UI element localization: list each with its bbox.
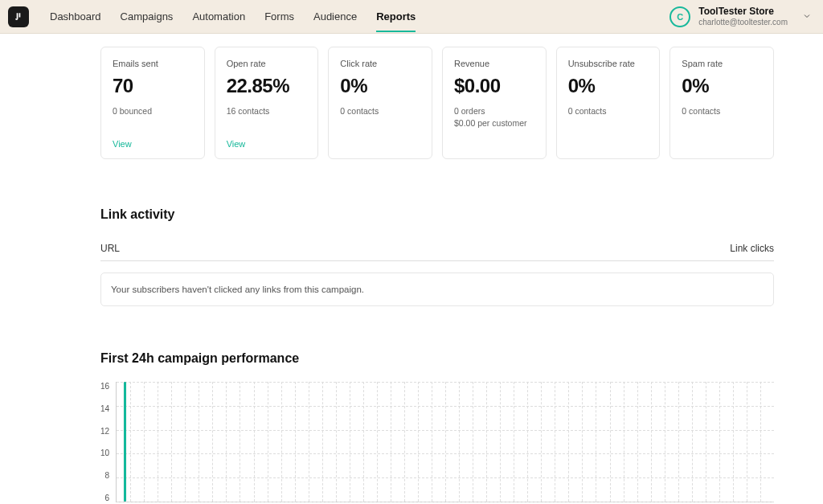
- grid-v: [500, 382, 501, 502]
- grid-v: [610, 382, 611, 502]
- stat-card: Spam rate0%0 contacts: [669, 47, 774, 159]
- account-email: charlotte@tooltester.com: [698, 18, 788, 27]
- ytick: 8: [105, 471, 110, 480]
- grid-v: [295, 382, 296, 502]
- card-value: 22.85%: [227, 75, 307, 97]
- link-table-header: URL Link clicks: [100, 236, 774, 261]
- chevron-down-icon: [802, 10, 812, 24]
- card-view-link[interactable]: View: [113, 123, 193, 149]
- grid-v: [418, 382, 419, 502]
- grid-v: [568, 382, 569, 502]
- grid-v: [459, 382, 460, 502]
- chart-title: First 24h campaign performance: [100, 351, 774, 366]
- card-value: 0%: [568, 75, 649, 97]
- col-url: URL: [100, 243, 120, 254]
- grid-v: [363, 382, 364, 502]
- grid-v: [651, 382, 652, 502]
- account-name: ToolTester Store: [698, 6, 788, 17]
- link-activity-title: Link activity: [100, 207, 774, 222]
- stat-card: Revenue$0.000 orders$0.00 per customer: [442, 47, 547, 159]
- grid-v: [692, 382, 693, 502]
- ytick: 10: [100, 449, 109, 457]
- nav-item-forms[interactable]: Forms: [264, 1, 294, 32]
- grid-v: [486, 382, 487, 502]
- main-nav: DashboardCampaignsAutomationFormsAudienc…: [50, 1, 669, 32]
- grid-v: [240, 382, 240, 502]
- grid-v: [541, 382, 542, 502]
- grid-v: [144, 382, 145, 502]
- grid-v: [377, 382, 378, 502]
- topbar: DashboardCampaignsAutomationFormsAudienc…: [0, 0, 823, 34]
- grid-v: [473, 382, 473, 502]
- card-label: Click rate: [340, 59, 420, 68]
- grid-v: [514, 382, 514, 502]
- link-activity-empty: Your subscribers haven't clicked any lin…: [100, 272, 774, 306]
- nav-item-automation[interactable]: Automation: [192, 1, 245, 32]
- ytick: 6: [105, 494, 110, 502]
- grid-v: [185, 382, 186, 502]
- grid-v: [281, 382, 282, 502]
- stat-card: Click rate0%0 contacts: [328, 47, 432, 159]
- grid-v: [268, 382, 268, 502]
- grid-v: [719, 382, 720, 502]
- grid-v: [309, 382, 309, 502]
- grid-v: [404, 382, 405, 502]
- nav-item-reports[interactable]: Reports: [376, 1, 416, 32]
- grid-v: [199, 382, 199, 502]
- grid-v: [665, 382, 665, 502]
- nav-item-dashboard[interactable]: Dashboard: [50, 1, 101, 32]
- col-clicks: Link clicks: [730, 243, 774, 254]
- account-switcher[interactable]: C ToolTester Store charlotte@tooltester.…: [669, 6, 812, 27]
- chart-plot: [116, 382, 774, 502]
- grid-v: [733, 382, 734, 502]
- card-sub: 16 contacts: [227, 105, 307, 117]
- chart-bar: [124, 382, 126, 502]
- grid-v: [171, 382, 172, 502]
- stats-cards: Emails sent700 bouncedViewOpen rate22.85…: [100, 47, 774, 159]
- ytick: 14: [100, 404, 109, 413]
- card-label: Spam rate: [682, 59, 762, 68]
- stat-card: Open rate22.85%16 contactsView: [215, 47, 319, 159]
- grid-v: [555, 382, 555, 502]
- grid-v: [212, 382, 213, 502]
- grid-v: [596, 382, 596, 502]
- stat-card: Emails sent700 bouncedView: [100, 47, 205, 159]
- card-value: 0%: [340, 75, 420, 97]
- account-avatar: C: [669, 6, 690, 27]
- grid-v: [322, 382, 323, 502]
- card-sub: 0 orders$0.00 per customer: [454, 105, 534, 129]
- grid-v: [582, 382, 583, 502]
- grid-v: [637, 382, 638, 502]
- nav-item-audience[interactable]: Audience: [313, 1, 357, 32]
- grid-v: [527, 382, 528, 502]
- nav-item-campaigns[interactable]: Campaigns: [121, 1, 174, 32]
- ytick: 12: [100, 427, 109, 436]
- grid-v: [432, 382, 432, 502]
- page-scroll[interactable]: Emails sent700 bouncedViewOpen rate22.85…: [0, 34, 823, 504]
- app-logo[interactable]: [8, 6, 29, 27]
- card-view-link[interactable]: View: [227, 123, 307, 149]
- card-label: Emails sent: [113, 59, 193, 68]
- card-value: 70: [113, 75, 193, 97]
- grid-v: [391, 382, 391, 502]
- grid-v: [706, 382, 706, 502]
- card-label: Revenue: [454, 59, 534, 68]
- card-value: $0.00: [454, 75, 534, 97]
- grid-v: [350, 382, 350, 502]
- card-label: Open rate: [227, 59, 307, 68]
- grid-h: [117, 502, 774, 502]
- chart-yaxis: 1614121086: [100, 382, 116, 502]
- grid-v: [445, 382, 446, 502]
- grid-v: [747, 382, 747, 502]
- card-sub: 0 contacts: [682, 105, 762, 117]
- account-meta: ToolTester Store charlotte@tooltester.co…: [698, 6, 788, 26]
- grid-v: [254, 382, 255, 502]
- logo-icon: [13, 11, 24, 23]
- grid-v: [336, 382, 337, 502]
- card-sub: 0 contacts: [340, 105, 420, 117]
- grid-v: [226, 382, 227, 502]
- card-sub: 0 contacts: [568, 105, 649, 117]
- card-sub: 0 bounced: [113, 105, 193, 117]
- grid-v: [678, 382, 679, 502]
- ytick: 16: [100, 382, 109, 391]
